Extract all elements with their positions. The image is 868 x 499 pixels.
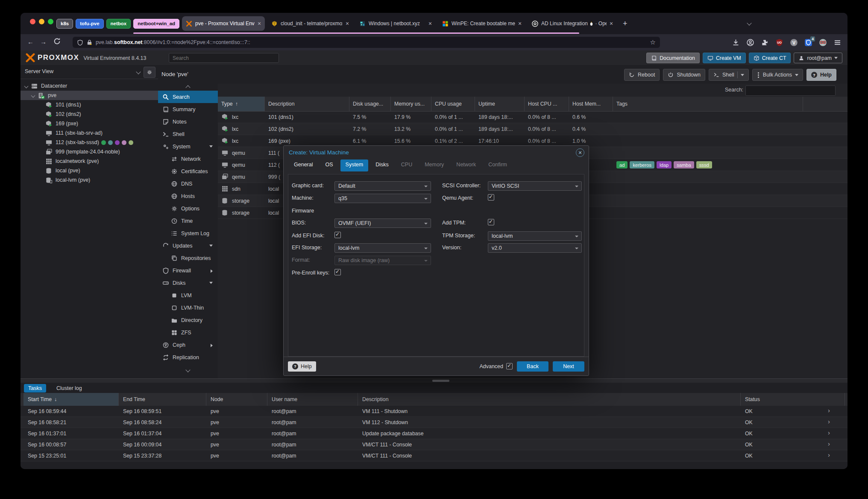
back-button[interactable]: Back (517, 361, 548, 372)
column-header-description[interactable]: Description (265, 97, 349, 111)
reboot-button[interactable]: Reboot (624, 69, 660, 81)
column-header-type[interactable]: Type↑ (218, 97, 265, 111)
account-icon[interactable] (746, 38, 754, 47)
forward-button[interactable]: → (40, 38, 47, 45)
tab-cloud-init[interactable]: cloud_init - telmate/proxmox - C × (267, 16, 353, 31)
guest-row-lxc-102-dns2[interactable]: lxc102 (dns2)7.2 %13.2 %0.0% of 1 ...189… (218, 123, 847, 135)
dialog-close-icon[interactable]: ✕ (576, 148, 584, 157)
task-row-sep-16-00-08-57[interactable]: Sep 16 00:08:57Sep 16 00:09:04pveroot@pa… (21, 439, 847, 450)
tab-group-tofu-pve[interactable]: tofu-pve (76, 19, 103, 29)
nav-item-shell[interactable]: Shell (158, 128, 218, 140)
help-button[interactable]: ? Help (806, 69, 836, 81)
add-efi-disk-checkbox[interactable] (334, 232, 341, 238)
tree-item-101-dns1[interactable]: 101 (dns1) (21, 100, 158, 109)
task-row-sep-15-23-25-01[interactable]: Sep 15 23:25:01Sep 15 23:37:28pveroot@pa… (21, 450, 847, 461)
guest-search-input[interactable] (745, 86, 836, 96)
column-header-description[interactable]: Description (358, 393, 741, 406)
tree-item-localnetwork-pve[interactable]: localnetwork (pve) (21, 156, 158, 166)
nav-item-network[interactable]: Network (158, 153, 218, 165)
nav-scroll-down[interactable] (158, 366, 218, 372)
nav-item-lvm-thin[interactable]: LVM-Thin (158, 301, 218, 314)
nav-item-lvm[interactable]: LVM (158, 289, 218, 301)
column-header-node[interactable]: Node (206, 393, 267, 406)
create-vm-button[interactable]: Create VM (703, 53, 746, 63)
nav-item-system[interactable]: System (158, 140, 218, 153)
column-header-uptime[interactable]: Uptime (475, 97, 525, 111)
maximize-window-button[interactable] (48, 19, 53, 24)
tree-item-999-template-24-04-noble[interactable]: 999 (template-24.04-noble) (21, 147, 158, 156)
dialog-tab-memory[interactable]: Memory (419, 159, 449, 171)
close-tab-icon[interactable]: × (346, 21, 349, 27)
new-tab-button[interactable]: + (619, 19, 631, 28)
dialog-tab-system[interactable]: System (340, 159, 369, 171)
machine-select[interactable]: q35 (334, 194, 431, 203)
nav-item-search[interactable]: Search (158, 91, 218, 103)
tab-tasks[interactable]: Tasks (24, 384, 46, 393)
bulk-actions-button[interactable]: Bulk Actions (752, 69, 803, 81)
tree-item-112-sbx-lab-sssd[interactable]: 112 (sbx-lab-sssd) (21, 138, 158, 147)
dialog-header[interactable]: Create: Virtual Machine ✕ (284, 146, 589, 159)
nav-item-notes[interactable]: Notes (158, 115, 218, 128)
bitwarden-icon[interactable]: 4 (804, 38, 812, 47)
tab-group-netbox[interactable]: netbox (106, 19, 131, 29)
list-all-tabs-chevron-icon[interactable] (747, 21, 751, 25)
close-tab-icon[interactable]: × (428, 21, 432, 27)
tree-item-102-dns2[interactable]: 102 (dns2) (21, 109, 158, 119)
dialog-tab-cpu[interactable]: CPU (396, 159, 417, 171)
row-expand-chevron-icon[interactable]: › (828, 451, 830, 458)
reload-button[interactable] (53, 37, 61, 47)
documentation-button[interactable]: Documentation (646, 53, 700, 63)
row-expand-chevron-icon[interactable]: › (828, 407, 830, 414)
nav-item-time[interactable]: Time (158, 215, 218, 227)
nav-item-ceph[interactable]: Ceph (158, 339, 218, 351)
column-header-tags[interactable]: Tags (613, 97, 803, 111)
url-bar[interactable]: pve.lab.softbox.net:8006/#v1:0:=node%2Fp… (73, 37, 660, 48)
column-header-user-name[interactable]: User name (267, 393, 358, 406)
tree-item-datacenter[interactable]: Datacenter (21, 81, 158, 91)
dialog-tab-network[interactable]: Network (451, 159, 481, 171)
menu-hamburger-icon[interactable] (833, 38, 842, 47)
nav-item-directory[interactable]: Directory (158, 314, 218, 326)
extension-v-icon[interactable]: V (790, 38, 798, 47)
add-tpm-checkbox[interactable] (488, 219, 494, 225)
efi-storage-select[interactable]: local-lvm (334, 243, 431, 253)
column-header-host-cpu[interactable]: Host CPU ... (525, 97, 569, 111)
row-expand-chevron-icon[interactable]: › (828, 429, 830, 436)
dialog-tab-os[interactable]: OS (320, 159, 338, 171)
shell-button[interactable]: Shell (709, 69, 749, 81)
scsi-controller-select[interactable]: VirtIO SCSI (488, 181, 582, 191)
tree-item-169-pxe[interactable]: 169 (pxe) (21, 119, 158, 128)
nav-item-summary[interactable]: Summary (158, 103, 218, 115)
nav-item-certificates[interactable]: Certificates (158, 165, 218, 177)
create-ct-button[interactable]: Create CT (749, 53, 791, 63)
close-window-button[interactable] (30, 19, 35, 24)
nav-item-hosts[interactable]: Hosts (158, 190, 218, 202)
chevron-down-icon[interactable] (741, 74, 744, 76)
task-row-sep-16-01-37-01[interactable]: Sep 16 01:37:01Sep 16 01:37:04pveroot@pa… (21, 428, 847, 439)
splitter-handle[interactable] (432, 380, 449, 382)
bios-select[interactable]: OVMF (UEFI) (334, 218, 431, 228)
tpm-version-select[interactable]: v2.0 (488, 243, 582, 253)
column-header-status[interactable]: Status (741, 393, 845, 406)
tree-item-111-sbx-lab-srv-ad[interactable]: 111 (sbx-lab-srv-ad) (21, 128, 158, 138)
tree-settings-button[interactable] (144, 67, 155, 78)
chevron-down-icon[interactable] (31, 93, 35, 97)
tab-group-k8s[interactable]: k8s (56, 19, 73, 29)
back-button[interactable]: ← (27, 38, 34, 45)
tree-item-local-lvm-pve[interactable]: local-lvm (pve) (21, 175, 158, 185)
row-expand-chevron-icon[interactable]: › (828, 440, 830, 447)
guest-row-lxc-101-dns1[interactable]: lxc101 (dns1)7.5 %17.9 %0.0% of 1 ...189… (218, 111, 847, 123)
tab-pve-proxmox[interactable]: pve - Proxmox Virtual Environme × (182, 16, 265, 31)
tree-view-selector[interactable]: Server View (21, 65, 158, 79)
qemu-agent-checkbox[interactable] (488, 194, 494, 201)
dialog-help-button[interactable]: ? Help (288, 361, 316, 372)
advanced-checkbox[interactable] (506, 363, 513, 369)
ublock-origin-icon[interactable]: UO (775, 38, 783, 47)
downloads-icon[interactable] (732, 38, 740, 47)
tpm-storage-select[interactable]: local-lvm (488, 231, 582, 241)
tree-item-local-pve[interactable]: local (pve) (21, 166, 158, 175)
next-button[interactable]: Next (553, 361, 584, 372)
row-expand-chevron-icon[interactable]: › (828, 418, 830, 425)
nav-item-system-log[interactable]: System Log (158, 227, 218, 239)
chevron-down-icon[interactable] (24, 84, 29, 88)
